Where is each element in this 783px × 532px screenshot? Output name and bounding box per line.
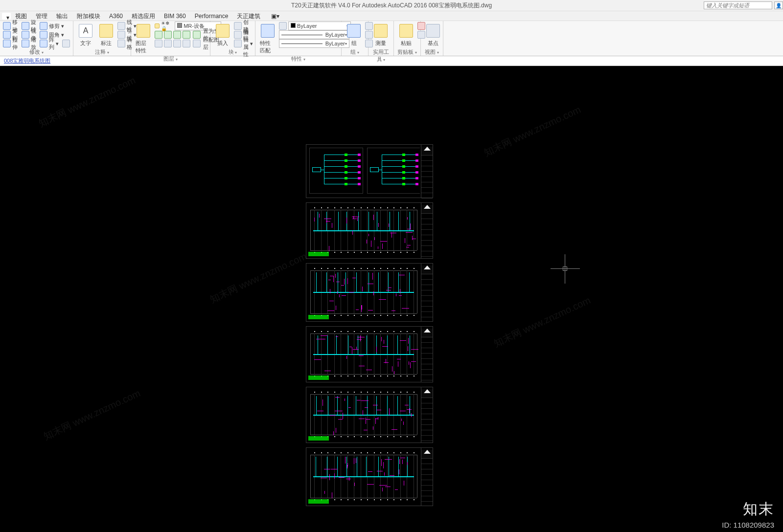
ribbon-options-icon[interactable]: ▣▾: [267, 11, 284, 21]
cmd-fillet[interactable]: 圆角▾: [40, 31, 70, 39]
cmd-array[interactable]: 阵列▾: [40, 40, 70, 47]
array-icon: [40, 40, 47, 47]
layer-ico-5[interactable]: [155, 40, 162, 47]
panel-layers: 图层特性 ☀❄🔒 MR-设备▾ 置为当前: [131, 21, 210, 56]
ribbon: 移动 复制 拉伸 旋转 镜像 缩放 修剪▾ 圆角▾ 阵列▾ 修改 A文字 标注 …: [0, 21, 783, 56]
layer-ico-2[interactable]: [164, 31, 172, 39]
cursor-crosshair: [551, 254, 580, 284]
match-layer-icon[interactable]: [193, 40, 201, 47]
lweight-dropdown[interactable]: ByLayer▾: [279, 30, 349, 39]
copy-icon: [3, 31, 11, 39]
panel-label-view[interactable]: 视图: [424, 48, 440, 56]
linear-icon: [117, 22, 125, 30]
layer-ico-1[interactable]: [155, 31, 162, 39]
panel-group: 组 组: [342, 21, 368, 56]
doc-tab[interactable]: 008宝雅弱电系统图: [0, 57, 54, 65]
panel-label-util[interactable]: 实用工具: [371, 48, 391, 56]
panel-label-layers[interactable]: 图层: [134, 55, 207, 63]
cmd-scale[interactable]: 缩放: [22, 40, 38, 47]
panel-label-block[interactable]: 块: [213, 48, 252, 56]
id-watermark: ID: 1108209823: [722, 521, 774, 529]
layer-ico-8[interactable]: [183, 40, 190, 47]
stretch-icon: [3, 40, 11, 47]
panel-util: 测量 实用工具: [368, 21, 394, 56]
tab-perf[interactable]: Performance: [190, 11, 233, 21]
table-icon: [62, 40, 70, 47]
brand-watermark: 知末: [743, 499, 774, 519]
color-icon: [279, 22, 287, 30]
cmd-layer-props[interactable]: 图层特性: [134, 22, 153, 55]
dropdown-icon[interactable]: ▾: [2, 13, 11, 20]
group-icon: [347, 24, 361, 38]
layer-ico-4[interactable]: [183, 31, 190, 39]
dim-icon: [99, 24, 113, 38]
move-icon: [3, 22, 11, 30]
measure-icon: [374, 24, 388, 38]
bg-watermark: 知末网 www.znzmo.com: [491, 294, 593, 351]
fillet-icon: [40, 31, 47, 39]
panel-modify: 移动 复制 拉伸 旋转 镜像 缩放 修剪▾ 圆角▾ 阵列▾ 修改: [0, 21, 73, 56]
paste-icon: [399, 24, 413, 38]
cmd-text[interactable]: A文字: [76, 22, 95, 48]
insert-icon: [216, 24, 230, 38]
title-bar: T20天正建筑软件 V4.0 For Autodesk AutoCAD 2016…: [0, 0, 783, 11]
panel-clip: 粘贴 剪贴板: [394, 21, 421, 56]
bg-watermark: 知末网 www.znzmo.com: [207, 250, 309, 307]
menu-bar: ▾ 视图 管理 输出 附加模块 A360 精选应用 BIM 360 Perfor…: [0, 11, 783, 21]
bg-watermark: 知末网 www.znzmo.com: [482, 103, 583, 160]
tab-bim360[interactable]: BIM 360: [160, 11, 190, 21]
panel-label-group[interactable]: 组: [345, 48, 365, 56]
leader-icon: [117, 31, 125, 39]
panel-annotate: A文字 标注 线性▾ 引线▾ 表格 注释: [73, 21, 131, 56]
mirror-icon: [22, 31, 29, 39]
cmd-dimension[interactable]: 标注: [97, 22, 115, 48]
cmd-base[interactable]: 基点: [424, 22, 442, 48]
panel-label-props[interactable]: 特性: [258, 55, 338, 63]
cmd-group[interactable]: 组: [345, 22, 363, 48]
cmd-match-props[interactable]: 特性匹配: [258, 22, 277, 55]
search-input[interactable]: [704, 1, 772, 9]
scale-icon: [22, 40, 29, 47]
panel-label-clip[interactable]: 剪贴板: [397, 48, 417, 56]
bg-watermark: 知末网 www.znzmo.com: [36, 74, 138, 131]
drawing-sheets: [306, 144, 433, 510]
panel-view: 基点 视图: [421, 21, 443, 56]
set-current-icon[interactable]: [193, 31, 201, 39]
matchprops-icon: [261, 24, 275, 38]
panel-label-modify[interactable]: 修改: [3, 48, 70, 56]
bg-watermark: 知末网 www.znzmo.com: [41, 387, 142, 443]
layer-ico-3[interactable]: [173, 31, 181, 39]
cmd-paste[interactable]: 粘贴: [397, 22, 415, 48]
tab-output[interactable]: 输出: [52, 11, 72, 21]
cmd-edit-attr[interactable]: 编辑属性▾: [234, 40, 253, 47]
layer-props-icon: [137, 24, 150, 38]
editattr-icon: [234, 40, 242, 47]
panel-props: 特性匹配 ByLayer▾ ByLayer▾ ByLayer▾ 特性: [255, 21, 342, 56]
doc-tab-bar: 008宝雅弱电系统图: [0, 56, 783, 66]
cmd-stretch[interactable]: 拉伸: [3, 40, 20, 47]
search-help-button[interactable]: 👤: [774, 1, 783, 9]
cmd-trim[interactable]: 修剪▾: [40, 22, 70, 30]
base-icon: [426, 24, 440, 38]
cmd-measure[interactable]: 测量: [371, 22, 390, 48]
window-title: T20天正建筑软件 V4.0 For Autodesk AutoCAD 2016…: [291, 1, 492, 10]
tab-addins[interactable]: 附加模块: [72, 11, 105, 21]
panel-label-annotate[interactable]: 注释: [76, 48, 128, 56]
layer-ico-6[interactable]: [164, 40, 172, 47]
drawing-canvas[interactable]: 知末网 www.znzmo.com 知末网 www.znzmo.com 知末网 …: [0, 66, 783, 532]
table2-icon: [117, 40, 125, 47]
ltype-dropdown[interactable]: ByLayer▾: [279, 39, 349, 48]
rotate-icon: [22, 22, 29, 30]
panel-block: 插入 创建 编辑 编辑属性▾ 块: [210, 21, 255, 56]
tab-a360[interactable]: A360: [105, 11, 127, 21]
bulb-icon: [155, 23, 160, 28]
trim-icon: [40, 22, 47, 30]
layer-ico-7[interactable]: [173, 40, 181, 47]
cmd-insert[interactable]: 插入: [213, 22, 232, 48]
edit-icon: [234, 31, 242, 39]
create-icon: [234, 22, 242, 30]
